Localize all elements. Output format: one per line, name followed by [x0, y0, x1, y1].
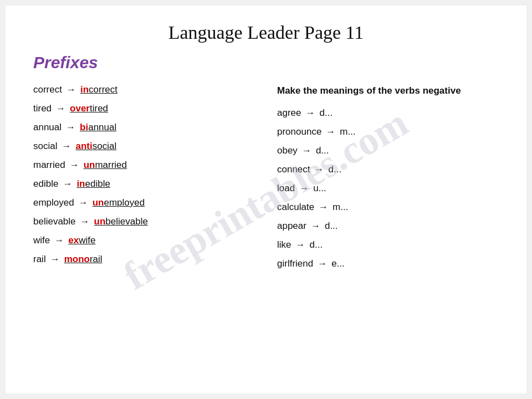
list-item: tired → overtired	[33, 103, 255, 114]
list-item: pronounce → m...	[277, 126, 499, 137]
exercise-word: like	[277, 239, 291, 250]
original-word: believable	[33, 216, 76, 227]
transformed-word: incorrect	[80, 84, 117, 95]
arrow-icon: →	[318, 258, 327, 269]
list-item: connect → d...	[277, 164, 499, 175]
left-column: correct → incorrect tired → overtired an…	[33, 84, 255, 277]
transformed-word: exwife	[68, 235, 95, 246]
arrow-icon: →	[63, 178, 72, 190]
arrow-icon: →	[326, 126, 335, 137]
list-item: appear → d...	[277, 221, 499, 232]
list-item: believable → unbelievable	[33, 216, 255, 227]
exercise-hint: e...	[331, 258, 345, 269]
list-item: employed → unemployed	[33, 197, 255, 208]
prefix: bi	[80, 122, 88, 132]
exercise-hint: d...	[316, 145, 329, 156]
exercise-word: pronounce	[277, 126, 321, 137]
list-item: obey → d...	[277, 145, 499, 156]
original-word: rail	[33, 254, 46, 265]
original-word: social	[33, 141, 57, 152]
list-item: like → d...	[277, 239, 499, 250]
prefix: un	[94, 216, 106, 227]
arrow-icon: →	[62, 141, 71, 152]
list-item: annual → biannual	[33, 122, 255, 133]
list-item: social → antisocial	[33, 141, 255, 152]
list-item: married → unmarried	[33, 160, 255, 171]
list-item: agree → d...	[277, 108, 499, 119]
right-column: Make the meanings of the verbs negative …	[277, 84, 499, 277]
transformed-word: unbelievable	[94, 216, 148, 227]
section-title: Prefixes	[33, 53, 499, 72]
prefix: mono	[64, 254, 90, 264]
list-item: girlfriend → e...	[277, 258, 499, 269]
original-word: correct	[33, 84, 62, 95]
exercise-hint: d...	[329, 164, 342, 175]
transformed-word: monorail	[64, 254, 103, 265]
transformed-word: antisocial	[75, 141, 116, 152]
list-item: edible → inedible	[33, 178, 255, 190]
arrow-icon: →	[296, 239, 305, 250]
list-item: calculate → m...	[277, 202, 499, 213]
prefix: un	[93, 197, 104, 208]
prefix: in	[76, 178, 85, 189]
original-word: married	[33, 160, 65, 171]
original-word: tired	[33, 103, 52, 114]
list-item: rail → monorail	[33, 254, 255, 265]
list-item: correct → incorrect	[33, 84, 255, 95]
arrow-icon: →	[54, 235, 64, 246]
exercise-hint: m...	[332, 202, 348, 213]
original-word: wife	[33, 235, 50, 246]
prefix: anti	[75, 141, 92, 151]
arrow-icon: →	[79, 197, 88, 208]
arrow-icon: →	[315, 164, 324, 175]
exercise-word: connect	[277, 164, 310, 175]
transformed-word: biannual	[80, 122, 116, 133]
prefix: over	[70, 103, 90, 114]
arrow-icon: →	[66, 122, 75, 133]
exercise-word: girlfriend	[277, 258, 313, 269]
original-word: edible	[33, 178, 58, 190]
right-instruction: Make the meanings of the verbs negative	[277, 84, 499, 98]
prefix: ex	[68, 235, 79, 245]
exercise-hint: d...	[319, 108, 332, 119]
exercise-word: obey	[277, 145, 298, 156]
arrow-icon: →	[70, 160, 79, 171]
transformed-word: overtired	[70, 103, 108, 114]
exercise-hint: d...	[325, 221, 338, 232]
exercise-word: calculate	[277, 202, 314, 213]
list-item: wife → exwife	[33, 235, 255, 246]
prefix: un	[84, 160, 95, 170]
transformed-word: unmarried	[84, 160, 127, 171]
transformed-word: unemployed	[93, 197, 145, 208]
arrow-icon: →	[299, 183, 309, 194]
transformed-word: inedible	[76, 178, 110, 190]
content-area: correct → incorrect tired → overtired an…	[33, 84, 499, 277]
original-word: annual	[33, 122, 62, 133]
exercise-hint: u...	[313, 183, 326, 194]
original-word: employed	[33, 197, 74, 208]
arrow-icon: →	[319, 202, 328, 213]
arrow-icon: →	[80, 216, 90, 227]
arrow-icon: →	[302, 145, 311, 156]
arrow-icon: →	[311, 221, 320, 232]
arrow-icon: →	[305, 108, 315, 119]
list-item: load → u...	[277, 183, 499, 194]
exercise-hint: m...	[340, 126, 355, 137]
arrow-icon: →	[56, 103, 65, 114]
exercise-hint: d...	[310, 239, 323, 250]
arrow-icon: →	[50, 254, 60, 265]
page-title: Language Leader Page 11	[33, 22, 499, 43]
exercise-word: agree	[277, 108, 301, 119]
page-container: freeprintables.com Language Leader Page …	[6, 6, 526, 393]
arrow-icon: →	[66, 84, 76, 95]
exercise-word: appear	[277, 221, 306, 232]
exercise-word: load	[277, 183, 295, 194]
prefix: in	[80, 84, 89, 95]
